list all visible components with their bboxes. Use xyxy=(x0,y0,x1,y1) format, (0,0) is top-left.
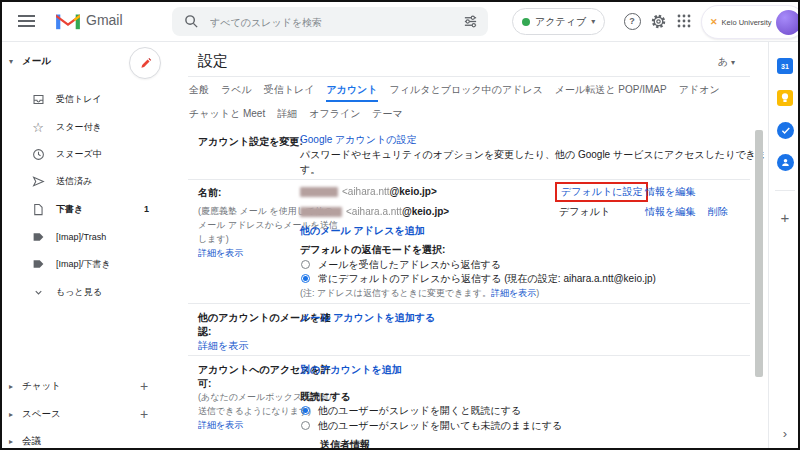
sidebar-item-inbox[interactable]: 受信トレイ xyxy=(2,86,186,112)
status-selector[interactable]: アクティブ ▾ xyxy=(512,8,605,35)
section-label-grant-access2: 可: xyxy=(198,377,211,391)
apps-grid-icon xyxy=(677,14,691,28)
search-options-icon[interactable] xyxy=(463,14,478,29)
reply-option-2[interactable]: 常にデフォルトのアドレスから返信する (現在の設定: aihara.a.ntt@… xyxy=(318,272,656,286)
sidebar-item-imap-trash[interactable]: [Imap]/Trash xyxy=(2,224,186,250)
account-chip[interactable]: ✕ Keio University xyxy=(701,5,800,39)
tab-accounts[interactable]: アカウント xyxy=(326,83,377,102)
radio-mark-as-read[interactable] xyxy=(301,406,310,415)
radio-reply-from-default[interactable] xyxy=(301,274,310,283)
scrollbar-thumb[interactable] xyxy=(755,130,763,377)
section-label-name: 名前: xyxy=(198,186,221,200)
hamburger-menu-icon[interactable] xyxy=(18,15,35,27)
gmail-logo-icon[interactable] xyxy=(54,11,82,32)
edit-info-link[interactable]: 情報を編集 xyxy=(645,185,695,199)
edit-info-link[interactable]: 情報を編集 xyxy=(645,205,695,219)
top-bar: Gmail アクティブ ▾ ? xyxy=(2,2,798,41)
sidebar-section-label: チャット xyxy=(22,380,61,393)
send-icon xyxy=(30,173,46,189)
settings-tabs-row1: 全般 ラベル 受信トレイ アカウント フィルタとブロック中のアドレス メール転送… xyxy=(189,83,720,102)
reply-mode-label: デフォルトの返信モードを選択: xyxy=(300,243,445,257)
right-side-panel: 31 + › xyxy=(768,42,800,450)
new-chat-button[interactable]: + xyxy=(140,378,148,394)
sidebar-item-drafts[interactable]: 下書き 1 xyxy=(2,196,186,222)
tab-general[interactable]: 全般 xyxy=(189,83,209,102)
radio-leave-unread[interactable] xyxy=(301,421,310,430)
contacts-button[interactable] xyxy=(776,153,794,171)
mark-read-option-1[interactable]: 他のユーザーがスレッドを開くと既読にする xyxy=(318,404,521,418)
tab-labels[interactable]: ラベル xyxy=(221,83,252,102)
sidebar-item-label: 下書き xyxy=(56,203,83,216)
help-icon: ? xyxy=(624,13,641,30)
sidebar-item-starred[interactable]: ☆ スター付き xyxy=(2,114,186,140)
tasks-button[interactable] xyxy=(776,121,794,139)
google-account-settings-link[interactable]: Google アカウントの設定 xyxy=(300,133,416,147)
inbox-icon xyxy=(30,91,46,107)
email-address-1: <aihara.ntt@keio.jp> xyxy=(342,185,437,199)
draft-icon xyxy=(30,201,46,217)
search-bar[interactable] xyxy=(172,7,488,36)
delete-link[interactable]: 削除 xyxy=(708,205,728,219)
sidebar-item-imap-drafts[interactable]: [Imap]/下書き xyxy=(2,251,186,277)
details-link[interactable]: 詳細を表示 xyxy=(198,339,248,353)
details-link[interactable]: 詳細を表示 xyxy=(491,288,536,298)
sidebar-section-chat[interactable]: ▸ チャット + xyxy=(2,373,186,399)
compose-button[interactable] xyxy=(129,47,161,79)
chevron-down-icon: ▾ xyxy=(591,17,595,26)
tasks-icon xyxy=(777,122,794,139)
sidebar-section-spaces[interactable]: ▸ スペース + xyxy=(2,401,186,427)
tab-filters[interactable]: フィルタとブロック中のアドレス xyxy=(390,83,543,102)
tab-addons[interactable]: アドオン xyxy=(679,83,720,102)
drafts-count-badge: 1 xyxy=(144,204,149,214)
tab-advanced[interactable]: 詳細 xyxy=(277,107,297,124)
sidebar-item-more[interactable]: もっと見る xyxy=(2,279,186,305)
details-link[interactable]: 詳細を表示 xyxy=(198,247,243,260)
add-mail-account-link[interactable]: メール アカウントを追加する xyxy=(300,311,435,325)
grant-access-note2: 送信できるようになります) xyxy=(198,405,311,418)
set-as-default-link[interactable]: デフォルトに設定 xyxy=(561,186,642,197)
mark-read-option-2[interactable]: 他のユーザーがスレッドを開いても未読のままにする xyxy=(318,419,562,433)
divider xyxy=(2,41,800,42)
tab-inbox[interactable]: 受信トレイ xyxy=(264,83,315,102)
hide-side-panel-button[interactable]: › xyxy=(776,424,794,442)
new-space-button[interactable]: + xyxy=(140,406,148,422)
get-addons-button[interactable]: + xyxy=(776,208,794,226)
details-link[interactable]: 詳細を表示 xyxy=(198,419,243,432)
tab-chat-meet[interactable]: チャットと Meet xyxy=(189,107,265,124)
keep-button[interactable] xyxy=(776,89,794,107)
sidebar-item-label: 送信済み xyxy=(56,175,92,188)
search-icon[interactable] xyxy=(184,14,199,29)
tab-offline[interactable]: オフライン xyxy=(309,107,360,124)
name-note: します) xyxy=(198,233,229,246)
email-address-2: <aihara.a.ntt@keio.jp> xyxy=(346,205,449,219)
sidebar-section-meet[interactable]: ▸ 会議 xyxy=(2,428,186,450)
default-badge: デフォルト xyxy=(559,205,610,219)
input-tools-button[interactable]: あ ▾ xyxy=(718,55,735,70)
add-email-address-link[interactable]: 他のメール アドレスを追加 xyxy=(300,224,425,238)
search-input[interactable] xyxy=(208,7,442,38)
reply-option-1[interactable]: メールを受信したアドレスから返信する xyxy=(318,258,501,272)
calendar-icon: 31 xyxy=(777,58,793,74)
reply-note: (注: アドレスは返信するときに変更できます。詳細を表示) xyxy=(300,287,539,300)
sidebar-item-sent[interactable]: 送信済み xyxy=(2,168,186,194)
sidebar-item-snoozed[interactable]: スヌーズ中 xyxy=(2,141,186,167)
tab-forwarding-pop-imap[interactable]: メール転送と POP/IMAP xyxy=(555,83,667,102)
keep-icon xyxy=(777,90,793,106)
label-icon xyxy=(30,229,46,245)
sidebar-section-label: スペース xyxy=(22,408,61,421)
chevron-right-icon[interactable]: ▸ xyxy=(9,410,13,419)
chevron-down-icon[interactable]: ▾ xyxy=(9,57,13,66)
help-button[interactable]: ? xyxy=(621,10,643,32)
sidebar-section-label: 会議 xyxy=(22,435,41,448)
google-apps-button[interactable] xyxy=(673,10,695,32)
add-another-account-link[interactable]: 別のアカウントを追加 xyxy=(300,363,402,377)
chevron-right-icon[interactable]: ▸ xyxy=(9,437,13,446)
avatar[interactable] xyxy=(776,10,800,35)
chevron-down-icon xyxy=(30,284,46,300)
calendar-button[interactable]: 31 xyxy=(776,57,794,75)
gmail-wordmark: Gmail xyxy=(86,13,123,27)
radio-reply-from-received[interactable] xyxy=(301,260,310,269)
chevron-right-icon[interactable]: ▸ xyxy=(9,382,13,391)
settings-gear-button[interactable] xyxy=(647,10,669,32)
tab-themes[interactable]: テーマ xyxy=(372,107,402,124)
